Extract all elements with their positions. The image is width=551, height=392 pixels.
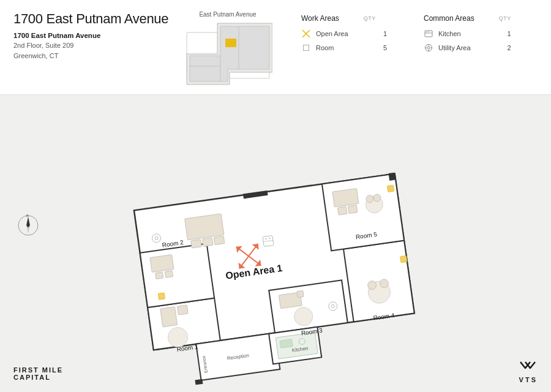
- open-area-qty: 1: [383, 30, 387, 37]
- header-panel: 1700 East Putnam Avenue 1700 East Putnam…: [0, 0, 551, 95]
- room-label: Room: [316, 44, 364, 51]
- svg-point-14: [427, 47, 430, 49]
- svg-rect-3: [225, 39, 236, 47]
- work-areas-header: Work Areas QTY: [301, 14, 387, 23]
- common-areas-section: Common Areas QTY Kitchen 1: [424, 14, 511, 57]
- floorplan-area: N: [0, 95, 551, 392]
- svg-rect-56: [177, 305, 188, 315]
- utility-area-qty: 2: [508, 44, 511, 51]
- legend-row-kitchen: Kitchen 1: [424, 29, 511, 39]
- svg-rect-57: [150, 254, 174, 272]
- svg-rect-42: [348, 205, 358, 213]
- property-city: Greenwich, CT: [13, 51, 173, 61]
- work-areas-section: Work Areas QTY Open Area 1 Room: [301, 14, 387, 57]
- minimap-svg: [184, 20, 272, 88]
- room-qty: 5: [383, 44, 387, 51]
- floorplan-svg: Open Area 1 Room 1 Room 2 Room 3 Room 4 …: [67, 111, 484, 387]
- svg-rect-63: [203, 238, 214, 246]
- utility-icon: [424, 43, 433, 53]
- common-areas-title: Common Areas: [424, 14, 474, 23]
- common-areas-qty-label: QTY: [499, 15, 511, 21]
- logo-line2: CAPITAL: [13, 374, 63, 381]
- svg-rect-60: [158, 293, 165, 300]
- legend-container: Work Areas QTY Open Area 1 Room: [277, 11, 538, 57]
- logo-right: VTS: [519, 358, 538, 383]
- svg-rect-40: [332, 188, 359, 206]
- legend-row-open-area: Open Area 1: [301, 29, 387, 39]
- svg-rect-50: [400, 255, 407, 262]
- utility-area-label: Utility Area: [438, 44, 488, 51]
- minimap-container: East Putnam Avenue: [179, 11, 277, 88]
- kitchen-label: Kitchen: [438, 30, 488, 37]
- svg-rect-25: [140, 243, 214, 307]
- open-area-label: Open Area: [316, 30, 364, 37]
- property-suite: 2nd Floor, Suite 209: [13, 40, 173, 51]
- property-info: 1700 East Putnam Avenue 1700 East Putnam…: [13, 11, 173, 61]
- open-area-icon: [301, 29, 311, 39]
- property-title: 1700 East Putnam Avenue: [13, 11, 173, 27]
- svg-rect-58: [155, 272, 163, 279]
- svg-text:N: N: [26, 214, 29, 217]
- svg-point-12: [428, 31, 429, 32]
- svg-rect-59: [165, 270, 173, 277]
- logo-left: FIRST MILE CAPITAL: [13, 366, 63, 381]
- kitchen-icon: [424, 29, 433, 39]
- svg-rect-66: [280, 339, 293, 348]
- common-areas-header: Common Areas QTY: [424, 14, 511, 23]
- room-icon: [301, 43, 311, 53]
- svg-rect-62: [191, 239, 202, 247]
- room-square-icon: [303, 45, 309, 51]
- vts-chevron-icon: [519, 358, 538, 374]
- minimap-label: East Putnam Avenue: [199, 11, 256, 18]
- work-areas-qty-label: QTY: [364, 15, 376, 21]
- kitchen-qty: 1: [508, 30, 511, 37]
- svg-rect-55: [160, 306, 178, 326]
- svg-rect-53: [297, 290, 304, 297]
- svg-rect-64: [214, 236, 225, 244]
- property-address: 1700 East Putnam Avenue: [13, 32, 173, 39]
- legend-row-utility: Utility Area 2: [424, 43, 511, 53]
- legend-row-room: Room 5: [301, 43, 387, 53]
- vts-label: VTS: [519, 376, 538, 383]
- compass: N: [17, 214, 39, 236]
- svg-rect-41: [338, 206, 348, 215]
- logo-line1: FIRST MILE: [13, 366, 63, 374]
- work-areas-title: Work Areas: [301, 14, 339, 23]
- svg-rect-32: [389, 172, 396, 180]
- svg-rect-46: [387, 185, 394, 192]
- svg-rect-33: [195, 379, 203, 385]
- svg-point-11: [426, 31, 427, 32]
